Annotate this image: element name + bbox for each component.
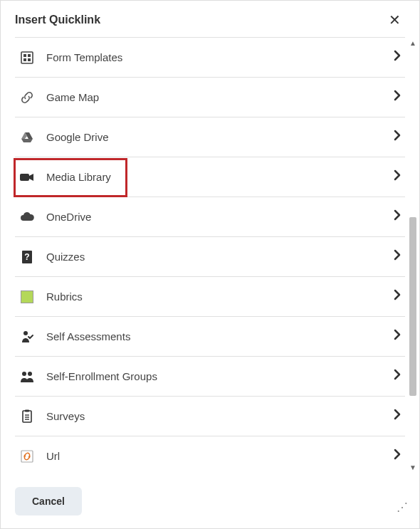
link-icon bbox=[19, 90, 35, 105]
item-left: Self-Enrollment Groups bbox=[19, 369, 157, 384]
item-label: Self Assessments bbox=[46, 330, 130, 342]
item-left: Url bbox=[19, 449, 60, 464]
list-item-onedrive[interactable]: OneDrive bbox=[15, 197, 405, 236]
cancel-button[interactable]: Cancel bbox=[15, 487, 82, 515]
list-item-form-templates[interactable]: Form Templates bbox=[15, 37, 405, 77]
list-item-media-library[interactable]: Media Library bbox=[15, 157, 405, 197]
svg-rect-4 bbox=[28, 58, 31, 61]
svg-rect-0 bbox=[21, 52, 33, 63]
item-left: Media Library bbox=[19, 169, 111, 185]
svg-rect-17 bbox=[21, 290, 33, 303]
item-left: Game Map bbox=[19, 90, 99, 105]
item-left: Rubrics bbox=[19, 289, 83, 305]
video-camera-icon bbox=[19, 169, 35, 185]
svg-rect-1 bbox=[23, 54, 26, 57]
svg-rect-26 bbox=[21, 451, 33, 462]
list-item-game-map[interactable]: Game Map bbox=[15, 77, 405, 117]
resize-handle-icon[interactable]: ⋰ bbox=[397, 501, 408, 514]
google-drive-icon bbox=[19, 130, 35, 145]
chevron-right-icon bbox=[394, 409, 401, 424]
svg-point-18 bbox=[23, 331, 28, 335]
chevron-right-icon bbox=[394, 329, 401, 344]
clipboard-icon bbox=[19, 409, 35, 424]
scroll-up-arrow[interactable]: ▲ bbox=[408, 39, 418, 47]
dialog-footer: Cancel ⋰ bbox=[1, 474, 419, 528]
svg-rect-2 bbox=[28, 54, 31, 57]
list-item-google-drive[interactable]: Google Drive bbox=[15, 117, 405, 157]
scroll-down-arrow[interactable]: ▼ bbox=[408, 463, 418, 471]
scrollbar[interactable]: ▲ ▼ bbox=[408, 39, 418, 471]
list-item-url[interactable]: Url bbox=[15, 436, 405, 476]
svg-rect-22 bbox=[25, 409, 29, 412]
svg-point-20 bbox=[28, 372, 32, 376]
scrollbar-thumb[interactable] bbox=[409, 217, 416, 396]
quiz-icon: ? bbox=[19, 249, 35, 265]
dialog-title: Insert Quicklink bbox=[15, 14, 100, 26]
svg-rect-21 bbox=[23, 411, 31, 422]
item-label: Url bbox=[46, 450, 60, 462]
group-icon bbox=[19, 369, 35, 384]
item-label: Google Drive bbox=[46, 131, 109, 143]
item-label: Rubrics bbox=[46, 290, 83, 303]
chevron-right-icon bbox=[394, 130, 401, 145]
item-label: Game Map bbox=[46, 91, 99, 103]
item-label: OneDrive bbox=[46, 211, 91, 223]
item-label: Self-Enrollment Groups bbox=[46, 370, 157, 382]
item-left: ? Quizzes bbox=[19, 249, 85, 265]
item-label: Surveys bbox=[46, 410, 85, 422]
cloud-icon bbox=[19, 209, 35, 225]
quicklink-list: Form Templates Game Map Google bbox=[1, 37, 419, 493]
item-left: Surveys bbox=[19, 409, 85, 424]
svg-text:?: ? bbox=[24, 252, 29, 262]
close-button[interactable]: ✕ bbox=[384, 11, 405, 28]
chevron-right-icon bbox=[394, 289, 401, 304]
chevron-right-icon bbox=[394, 50, 401, 65]
form-templates-icon bbox=[19, 50, 35, 66]
svg-point-19 bbox=[22, 372, 26, 376]
list-item-rubrics[interactable]: Rubrics bbox=[15, 276, 405, 316]
list-item-self-enrollment-groups[interactable]: Self-Enrollment Groups bbox=[15, 356, 405, 396]
chevron-right-icon bbox=[394, 90, 401, 105]
svg-rect-5 bbox=[20, 174, 29, 181]
url-icon bbox=[19, 449, 35, 464]
chevron-right-icon bbox=[394, 169, 401, 184]
item-label: Media Library bbox=[46, 171, 111, 183]
chevron-right-icon bbox=[394, 449, 401, 463]
list-item-self-assessments[interactable]: Self Assessments bbox=[15, 316, 405, 356]
dialog-header: Insert Quicklink ✕ bbox=[1, 1, 419, 37]
content-area: Form Templates Game Map Google bbox=[1, 37, 419, 493]
item-left: Form Templates bbox=[19, 50, 122, 66]
chevron-right-icon bbox=[394, 369, 401, 384]
list-item-surveys[interactable]: Surveys bbox=[15, 396, 405, 436]
person-check-icon bbox=[19, 329, 35, 345]
svg-rect-3 bbox=[23, 58, 26, 61]
item-left: OneDrive bbox=[19, 209, 91, 225]
item-left: Google Drive bbox=[19, 130, 109, 145]
list-item-quizzes[interactable]: ? Quizzes bbox=[15, 236, 405, 276]
chevron-right-icon bbox=[394, 249, 401, 264]
chevron-right-icon bbox=[394, 209, 401, 224]
item-left: Self Assessments bbox=[19, 329, 130, 345]
rubrics-icon bbox=[19, 289, 35, 305]
item-label: Quizzes bbox=[46, 251, 85, 263]
item-label: Form Templates bbox=[46, 51, 122, 63]
